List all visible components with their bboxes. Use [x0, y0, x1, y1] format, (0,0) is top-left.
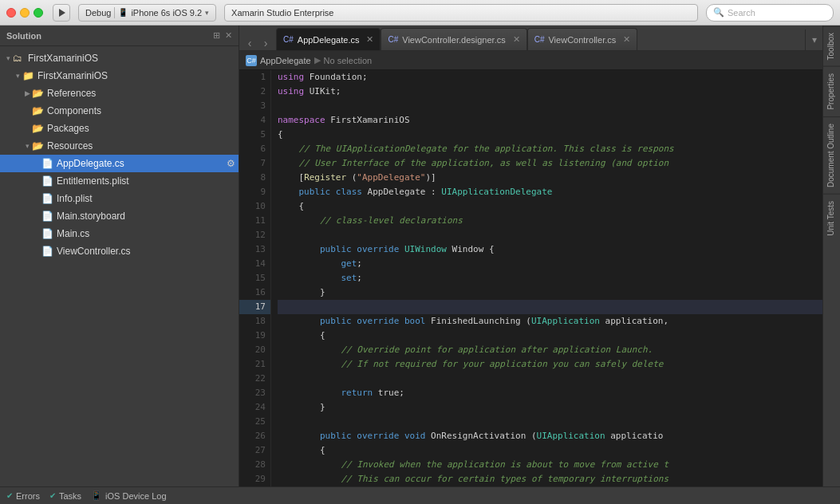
line-num-10: 10: [239, 199, 270, 214]
sidebar-expand-icon[interactable]: ⊞: [213, 30, 220, 41]
infoplist-label: Info.plist: [57, 193, 93, 204]
line-num-25: 25: [239, 415, 270, 429]
errors-button[interactable]: ✔ Errors: [6, 491, 40, 501]
code-line-28: // Invoked when the application is about…: [278, 458, 822, 472]
tab-close-button2[interactable]: ✕: [513, 34, 520, 45]
code-line-25: [278, 415, 822, 429]
tab-prev-button[interactable]: ‹: [243, 36, 257, 50]
code-editor[interactable]: 1 2 3 4 5 6 7 8 9 10 11 12 13 14 15 16 1…: [239, 70, 822, 486]
close-button[interactable]: [6, 8, 16, 18]
code-line-27: {: [278, 443, 822, 458]
line-num-22: 22: [239, 372, 270, 386]
references-icon: 📂: [32, 88, 45, 99]
file-cs-icon3: 📄: [41, 246, 54, 257]
tab-viewcontrollerdesigner[interactable]: C# ViewController.designer.cs ✕: [381, 28, 526, 50]
packages-icon: 📂: [32, 123, 45, 134]
line-numbers: 1 2 3 4 5 6 7 8 9 10 11 12 13 14 15 16 1…: [239, 70, 271, 486]
file-plist-icon: 📄: [41, 193, 54, 204]
tree-item-entitlements[interactable]: ▶ 📄 Entitlements.plist: [0, 172, 239, 190]
line-num-19: 19: [239, 329, 270, 343]
tree-item-resources[interactable]: ▾ 📂 Resources: [0, 137, 239, 155]
tree-item-solution[interactable]: ▾ 🗂 FirstXamariniOS: [0, 49, 239, 67]
tree-item-packages[interactable]: ▶ 📂 Packages: [0, 120, 239, 137]
tab-viewcontroller[interactable]: C# ViewController.cs ✕: [527, 28, 638, 50]
document-outline-tab[interactable]: Document Outline: [823, 116, 840, 194]
line-num-8: 8: [239, 171, 270, 185]
sidebar-close-icon[interactable]: ✕: [225, 30, 232, 41]
tasks-label: Tasks: [59, 491, 81, 501]
tree-item-project[interactable]: ▾ 📁 FirstXamariniOS: [0, 67, 239, 85]
sidebar-header: Solution ⊞ ✕: [0, 26, 239, 46]
tree-item-components[interactable]: ▶ 📂 Components: [0, 102, 239, 120]
file-cs-icon2: 📄: [41, 228, 54, 239]
run-button[interactable]: [53, 4, 70, 22]
settings-icon[interactable]: ⚙: [227, 158, 235, 169]
tab-close-button[interactable]: ✕: [366, 34, 373, 45]
tab-label: AppDelegate.cs: [298, 35, 360, 45]
tree-item-appdelegate[interactable]: ▶ 📄 AppDelegate.cs ⚙: [0, 155, 239, 172]
line-num-5: 5: [239, 128, 270, 142]
tab-close-button3[interactable]: ✕: [623, 34, 630, 45]
packages-label: Packages: [47, 123, 89, 134]
line-num-29: 29: [239, 472, 270, 486]
tasks-button[interactable]: ✔ Tasks: [49, 491, 81, 501]
appdelegate-label: AppDelegate.cs: [57, 158, 124, 169]
properties-tab[interactable]: Properties: [823, 66, 840, 116]
line-num-17: 17: [239, 300, 270, 314]
tab-next-button[interactable]: ›: [258, 36, 273, 50]
code-line-26: public override void OnResignActivation …: [278, 429, 822, 443]
editor-area: ‹ › C# AppDelegate.cs ✕ C# ViewControlle…: [239, 26, 822, 486]
tab-label2: ViewController.designer.cs: [402, 35, 505, 45]
breadcrumb-bar: C# AppDelegate ▶ No selection: [239, 51, 822, 70]
components-label: Components: [47, 105, 101, 116]
maincs-label: Main.cs: [57, 228, 89, 239]
errors-check-icon: ✔: [6, 491, 13, 500]
toolbox-tab[interactable]: Toolbox: [823, 26, 840, 66]
line-num-3: 3: [239, 99, 270, 113]
expand-icon: ▾: [3, 54, 13, 62]
maximize-button[interactable]: [34, 8, 43, 18]
titlebar: Debug 📱 iPhone 6s iOS 9.2 ▾ Xamarin Stud…: [0, 0, 840, 26]
tab-navigation: ‹ ›: [243, 36, 273, 50]
scheme-selector[interactable]: Debug 📱 iPhone 6s iOS 9.2 ▾: [78, 4, 216, 22]
errors-label: Errors: [16, 491, 40, 501]
line-num-1: 1: [239, 70, 270, 85]
tree-item-viewcontroller[interactable]: ▶ 📄 ViewController.cs: [0, 242, 239, 260]
tab-appdelegate[interactable]: C# AppDelegate.cs ✕: [276, 28, 381, 50]
entitlements-label: Entitlements.plist: [57, 175, 129, 187]
resources-label: Resources: [47, 140, 93, 152]
sidebar-toolbar: ⊞ ✕: [213, 30, 232, 41]
sidebar: Solution ⊞ ✕ ▾ 🗂 FirstXamariniOS ▾ 📁 Fir…: [0, 26, 239, 486]
line-num-11: 11: [239, 214, 270, 228]
expand-icon: ▾: [22, 142, 32, 150]
unit-tests-tab[interactable]: Unit Tests: [823, 194, 840, 242]
code-line-24: }: [278, 400, 822, 415]
line-num-24: 24: [239, 400, 270, 415]
right-panel: Toolbox Properties Document Outline Unit…: [822, 26, 840, 486]
tabs-overflow-button[interactable]: ▾: [805, 30, 822, 50]
code-content[interactable]: using Foundation; using UIKit; namespace…: [271, 70, 822, 486]
line-num-23: 23: [239, 386, 270, 400]
line-num-28: 28: [239, 458, 270, 472]
code-line-16: }: [278, 285, 822, 300]
device-icon: 📱: [118, 8, 128, 17]
minimize-button[interactable]: [20, 8, 30, 18]
expand-icon: ▶: [22, 89, 32, 97]
tree-item-infoplist[interactable]: ▶ 📄 Info.plist: [0, 190, 239, 207]
line-num-2: 2: [239, 85, 270, 99]
solution-label: Solution: [6, 31, 41, 41]
search-placeholder: Search: [728, 8, 755, 18]
code-line-9: public class AppDelegate : UIApplication…: [278, 185, 822, 199]
tree-item-mainstoryboard[interactable]: ▶ 📄 Main.storyboard: [0, 207, 239, 225]
tree-item-maincs[interactable]: ▶ 📄 Main.cs: [0, 225, 239, 242]
file-storyboard-icon: 📄: [41, 211, 54, 222]
play-icon: [59, 9, 65, 17]
code-line-11: // class-level declarations: [278, 214, 822, 228]
tree-item-references[interactable]: ▶ 📂 References: [0, 85, 239, 102]
device-log-button[interactable]: 📱 iOS Device Log: [91, 490, 166, 501]
line-num-7: 7: [239, 156, 270, 171]
code-line-17: [278, 300, 822, 314]
code-line-19: {: [278, 329, 822, 343]
project-icon: 📁: [22, 70, 35, 81]
search-bar[interactable]: 🔍 Search: [706, 4, 834, 22]
